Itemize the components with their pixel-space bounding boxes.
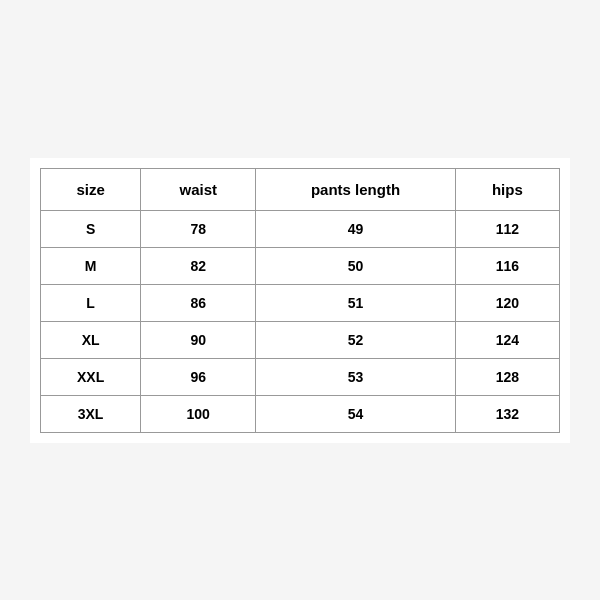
header-size: size <box>41 168 141 210</box>
table-row: XL9052124 <box>41 321 560 358</box>
table-body: S7849112M8250116L8651120XL9052124XXL9653… <box>41 210 560 432</box>
table-row: L8651120 <box>41 284 560 321</box>
table-row: S7849112 <box>41 210 560 247</box>
cell-row0-col2: 49 <box>256 210 455 247</box>
cell-row5-col2: 54 <box>256 395 455 432</box>
header-pants-length: pants length <box>256 168 455 210</box>
size-chart-table: size waist pants length hips S7849112M82… <box>40 168 560 433</box>
table-row: M8250116 <box>41 247 560 284</box>
cell-row2-col3: 120 <box>455 284 559 321</box>
cell-row5-col1: 100 <box>141 395 256 432</box>
table-header-row: size waist pants length hips <box>41 168 560 210</box>
cell-row0-col1: 78 <box>141 210 256 247</box>
cell-row2-col2: 51 <box>256 284 455 321</box>
cell-row5-col3: 132 <box>455 395 559 432</box>
cell-row1-col1: 82 <box>141 247 256 284</box>
cell-row3-col2: 52 <box>256 321 455 358</box>
cell-row0-col3: 112 <box>455 210 559 247</box>
table-row: XXL9653128 <box>41 358 560 395</box>
cell-row3-col1: 90 <box>141 321 256 358</box>
cell-row4-col1: 96 <box>141 358 256 395</box>
cell-row1-col0: M <box>41 247 141 284</box>
cell-row4-col2: 53 <box>256 358 455 395</box>
size-chart-container: size waist pants length hips S7849112M82… <box>30 158 570 443</box>
cell-row2-col0: L <box>41 284 141 321</box>
header-waist: waist <box>141 168 256 210</box>
cell-row1-col3: 116 <box>455 247 559 284</box>
cell-row4-col0: XXL <box>41 358 141 395</box>
cell-row2-col1: 86 <box>141 284 256 321</box>
cell-row3-col0: XL <box>41 321 141 358</box>
cell-row0-col0: S <box>41 210 141 247</box>
cell-row1-col2: 50 <box>256 247 455 284</box>
header-hips: hips <box>455 168 559 210</box>
cell-row3-col3: 124 <box>455 321 559 358</box>
cell-row4-col3: 128 <box>455 358 559 395</box>
cell-row5-col0: 3XL <box>41 395 141 432</box>
table-row: 3XL10054132 <box>41 395 560 432</box>
